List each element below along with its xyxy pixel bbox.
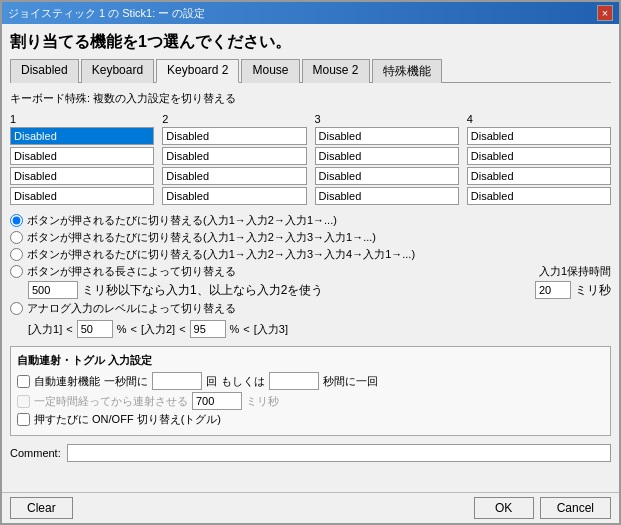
col-2: 2 [162,113,306,205]
tab-mouse2[interactable]: Mouse 2 [302,59,370,83]
hold-time-label: 入力1保持時間 [539,264,611,279]
toggle-row: 押すたびに ON/OFF 切り替え(トグル) [17,412,604,427]
auto-fire-row: 自動連射機能 一秒間に 回 もしくは 秒間に一回 [17,372,604,390]
section-label: キーボード特殊: 複数の入力設定を切り替える [10,91,611,106]
title-bar-text: ジョイスティック 1 の Stick1: ー の設定 [8,6,205,21]
radio-1-label: ボタンが押されるたびに切り替える(入力1→入力2→入力1→...) [27,213,337,228]
radio-row-analog: アナログ入力のレベルによって切り替える [10,301,611,316]
cancel-button[interactable]: Cancel [540,497,611,519]
col1-field2[interactable] [10,147,154,165]
toggle-label: 押すたびに ON/OFF 切り替え(トグル) [34,412,221,427]
col-3-num: 3 [315,113,321,125]
auto-delay-unit: ミリ秒 [246,394,279,409]
radio-row-1: ボタンが押されるたびに切り替える(入力1→入力2→入力1→...) [10,213,611,228]
analog-input2: [入力2] [141,322,175,337]
tab-bar: Disabled Keyboard Keyboard 2 Mouse Mouse… [10,59,611,83]
radio-4-label: ボタンが押される長さによって切り替える [27,264,236,279]
tab-disabled[interactable]: Disabled [10,59,79,83]
col4-field4[interactable] [467,187,611,205]
col-2-num: 2 [162,113,168,125]
main-window: ジョイスティック 1 の Stick1: ー の設定 × 割り当てる機能を1つ選… [0,0,621,525]
col1-field3[interactable] [10,167,154,185]
col-1-num: 1 [10,113,16,125]
inputs-grid: 1 2 3 [10,113,611,205]
hold-time-input[interactable] [28,281,78,299]
analog-input1: [入力1] [28,322,62,337]
times-label: 回 [206,374,217,389]
col-3: 3 [315,113,459,205]
comment-input[interactable] [67,444,611,462]
radio-row-4: ボタンが押される長さによって切り替える 入力1保持時間 [10,264,611,279]
col3-field1[interactable] [315,127,459,145]
radio-3[interactable] [10,248,23,261]
analog-value-row: [入力1] < % < [入力2] < % < [入力3] [28,320,611,338]
col-4-num: 4 [467,113,473,125]
radio-1[interactable] [10,214,23,227]
col1-field1[interactable] [10,127,154,145]
col4-field1[interactable] [467,127,611,145]
auto-section: 自動連射・トグル 入力設定 自動連射機能 一秒間に 回 もしくは 秒間に一回 一… [10,346,611,436]
auto-section-title: 自動連射・トグル 入力設定 [17,353,604,368]
auto-delay-input[interactable] [192,392,242,410]
comment-row: Comment: [10,444,611,462]
col4-field3[interactable] [467,167,611,185]
radio-2[interactable] [10,231,23,244]
title-bar: ジョイスティック 1 の Stick1: ー の設定 × [2,2,619,24]
col2-field4[interactable] [162,187,306,205]
analog-lt3: < [179,323,185,335]
analog-lt2: < [130,323,136,335]
radio-4[interactable] [10,265,23,278]
analog-pct2: % [230,323,240,335]
col3-field4[interactable] [315,187,459,205]
auto-delay-row: 一定時間経ってから連射させる ミリ秒 [17,392,604,410]
col2-field2[interactable] [162,147,306,165]
col1-field4[interactable] [10,187,154,205]
tab-special[interactable]: 特殊機能 [372,59,442,83]
radio-2-label: ボタンが押されるたびに切り替える(入力1→入力2→入力3→入力1→...) [27,230,376,245]
analog-val2[interactable] [190,320,226,338]
col-1: 1 [10,113,154,205]
hold-time-unit: ミリ秒以下なら入力1、以上なら入力2を使う [82,282,323,299]
radio-row-3: ボタンが押されるたびに切り替える(入力1→入力2→入力3→入力4→入力1→...… [10,247,611,262]
auto-fire-label: 自動連射機能 [34,374,100,389]
auto-fire-checkbox[interactable] [17,375,30,388]
bottom-bar: Clear OK Cancel [2,492,619,523]
col3-field3[interactable] [315,167,459,185]
auto-fire-per-input[interactable] [269,372,319,390]
auto-fire-count-input[interactable] [152,372,202,390]
per-sec-label: 一秒間に [104,374,148,389]
hold-time-right-unit: ミリ秒 [575,282,611,299]
analog-radio-label: アナログ入力のレベルによって切り替える [27,301,236,316]
radio-3-label: ボタンが押されるたびに切り替える(入力1→入力2→入力3→入力4→入力1→...… [27,247,415,262]
radio-analog[interactable] [10,302,23,315]
col-4: 4 [467,113,611,205]
per-one-label: 秒間に一回 [323,374,378,389]
analog-val1[interactable] [77,320,113,338]
col2-field3[interactable] [162,167,306,185]
clear-button[interactable]: Clear [10,497,73,519]
col2-field1[interactable] [162,127,306,145]
analog-input3: [入力3] [254,322,288,337]
col4-field2[interactable] [467,147,611,165]
tab-keyboard[interactable]: Keyboard [81,59,154,83]
toggle-checkbox[interactable] [17,413,30,426]
or-label: もしくは [221,374,265,389]
main-title: 割り当てる機能を1つ選んでください。 [10,32,611,53]
tab-keyboard2[interactable]: Keyboard 2 [156,59,239,83]
analog-lt4: < [243,323,249,335]
close-button[interactable]: × [597,5,613,21]
radio-row-2: ボタンが押されるたびに切り替える(入力1→入力2→入力3→入力1→...) [10,230,611,245]
auto-delay-checkbox[interactable] [17,395,30,408]
comment-label: Comment: [10,447,61,459]
ok-cancel-group: OK Cancel [474,497,611,519]
analog-pct1: % [117,323,127,335]
tab-mouse[interactable]: Mouse [241,59,299,83]
analog-lt1: < [66,323,72,335]
hold-time-right-input[interactable] [535,281,571,299]
ok-button[interactable]: OK [474,497,534,519]
auto-delay-label: 一定時間経ってから連射させる [34,394,188,409]
content-area: 割り当てる機能を1つ選んでください。 Disabled Keyboard Key… [2,24,619,492]
col3-field2[interactable] [315,147,459,165]
radio-group: ボタンが押されるたびに切り替える(入力1→入力2→入力1→...) ボタンが押さ… [10,213,611,338]
